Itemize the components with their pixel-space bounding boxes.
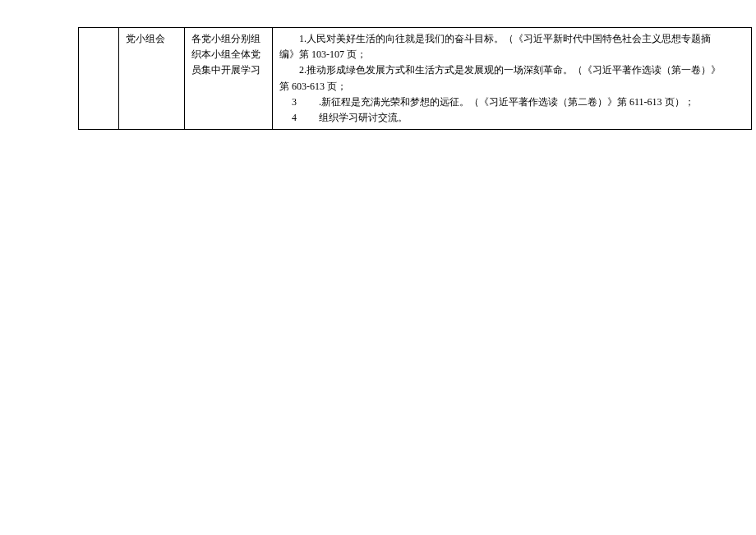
organization-text: 各党小组分别组织本小组全体党员集中开展学习 xyxy=(191,33,260,76)
table-cell-content: 1.人民对美好生活的向往就是我们的奋斗目标。（《习近平新时代中国特色社会主义思想… xyxy=(273,28,752,129)
table-cell-meeting-type: 党小组会 xyxy=(119,28,185,129)
item-4-number: 4 xyxy=(279,110,299,126)
table-cell-organization: 各党小组分别组织本小组全体党员集中开展学习 xyxy=(185,28,273,129)
document-table: 党小组会 各党小组分别组织本小组全体党员集中开展学习 1.人民对美好生活的向往就… xyxy=(78,27,752,130)
table-cell-1 xyxy=(78,28,119,129)
content-line-3: 2.推动形成绿色发展方式和生活方式是发展观的一场深刻革命。（《习近平著作选读（第… xyxy=(279,62,744,78)
item-3-text: .新征程是充满光荣和梦想的远征。（《习近平著作选读（第二卷）》第 611-613… xyxy=(299,95,694,110)
item-4-text: 组织学习研讨交流。 xyxy=(299,110,408,126)
content-line-1: 1.人民对美好生活的向往就是我们的奋斗目标。（《习近平新时代中国特色社会主义思想… xyxy=(279,31,744,47)
content-item-3: 3 .新征程是充满光荣和梦想的远征。（《习近平著作选读（第二卷）》第 611-6… xyxy=(279,95,744,110)
table-row: 党小组会 各党小组分别组织本小组全体党员集中开展学习 1.人民对美好生活的向往就… xyxy=(78,28,752,129)
meeting-type-text: 党小组会 xyxy=(126,33,165,44)
content-line-2: 编》第 103-107 页； xyxy=(279,47,744,62)
content-item-4: 4 组织学习研讨交流。 xyxy=(279,110,744,126)
item-3-number: 3 xyxy=(279,95,299,110)
content-line-4: 第 603-613 页； xyxy=(279,79,744,95)
